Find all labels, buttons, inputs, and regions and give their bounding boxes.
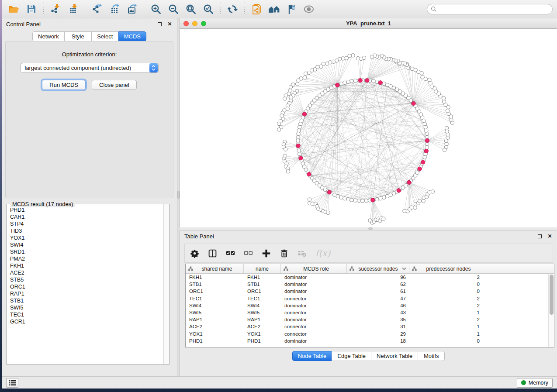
toolbar-separator [85, 3, 85, 16]
network-titlebar[interactable]: YPA_prune.txt_1 [180, 18, 557, 29]
zoom-fit-button[interactable] [183, 2, 199, 17]
close-window-icon[interactable] [183, 21, 189, 26]
result-node-item[interactable]: CAR1 [10, 213, 163, 220]
column-header-shared-name[interactable]: shared name [186, 264, 244, 273]
result-list-scrollbar[interactable] [163, 204, 169, 364]
minimize-window-icon[interactable] [192, 21, 197, 26]
result-node-item[interactable]: ORC1 [10, 283, 163, 290]
graphics-details-button[interactable] [284, 2, 299, 17]
table-row[interactable]: YOX1YOX1connector291 [186, 330, 548, 337]
network-overview-button[interactable] [266, 2, 282, 17]
result-node-item[interactable]: SRD1 [10, 248, 163, 255]
cell-name: TEC1 [244, 296, 281, 301]
run-mcds-button[interactable]: Run MCDS [42, 80, 86, 90]
result-node-item[interactable]: YOX1 [10, 234, 163, 241]
column-header-predecessor-nodes[interactable]: predecessor nodes [409, 264, 483, 273]
close-panel-button[interactable]: ✕ [167, 21, 173, 27]
zoom-out-button[interactable] [166, 2, 181, 17]
export-network-button[interactable] [89, 2, 105, 17]
tab-select[interactable]: Select [91, 31, 118, 41]
table-scrollbar[interactable] [548, 274, 554, 347]
table-row[interactable]: STB1STB1dominator620 [186, 281, 548, 288]
criterion-dropdown[interactable]: largest connected component (undirected) [21, 63, 159, 73]
birdseye-view-icon [303, 3, 315, 15]
tab-node-table[interactable]: Node Table [292, 351, 332, 361]
select-all-rows-button[interactable] [226, 247, 235, 260]
cell-name: RAP1 [244, 317, 281, 322]
tab-edge-table[interactable]: Edge Table [332, 351, 371, 361]
tab-network[interactable]: Network [32, 31, 64, 41]
table-row[interactable]: ACE2ACE2connector311 [186, 323, 548, 330]
column-header-name[interactable]: name [244, 264, 281, 273]
float-panel-button[interactable] [157, 21, 163, 27]
refresh-view-button[interactable] [225, 2, 240, 17]
import-network-button[interactable] [48, 2, 63, 17]
search-input[interactable] [439, 6, 549, 12]
import-table-button[interactable] [65, 2, 81, 17]
result-node-item[interactable]: FKH1 [10, 262, 163, 269]
result-node-item[interactable]: GCR1 [10, 318, 163, 325]
deselect-all-rows-button[interactable] [244, 247, 253, 260]
network-canvas[interactable] [180, 29, 557, 227]
horizontal-splitter-handle[interactable] [368, 227, 373, 230]
mcds-result-list[interactable]: PHD1CAR1STP4TID3YOX1SWI4SRD1PMA2FKH1ACE2… [7, 204, 163, 364]
table-scrollbar-thumb[interactable] [550, 275, 554, 315]
table-row[interactable]: RAP1RAP1dominator352 [186, 316, 548, 323]
result-node-item[interactable]: ACE2 [10, 269, 163, 276]
mcds-tab-body: Optimization criterion: largest connecte… [5, 41, 173, 198]
result-node-item[interactable]: PHD1 [10, 206, 163, 213]
table-row[interactable]: FKH1FKH1dominator962 [186, 274, 548, 281]
column-label: predecessor nodes [417, 266, 480, 272]
table-row[interactable]: PHD1PHD1dominator180 [186, 337, 548, 344]
cell-name: YOX1 [244, 331, 281, 337]
result-node-item[interactable]: SWI5 [10, 304, 163, 311]
result-node-item[interactable]: PMA2 [10, 255, 163, 262]
tab-motifs[interactable]: Motifs [418, 351, 445, 361]
main-toolbar [2, 0, 557, 18]
cell-shared-name: YOX1 [186, 331, 244, 337]
control-panel-title: Control Panel [6, 21, 41, 28]
cell-name: PHD1 [244, 338, 281, 344]
task-history-button[interactable] [6, 378, 18, 388]
close-panel-action-button[interactable]: Close panel [92, 80, 137, 90]
zoom-in-button[interactable] [148, 2, 164, 17]
result-node-item[interactable]: STB5 [10, 276, 163, 283]
function-builder-icon: f(x) [315, 248, 330, 258]
export-image-button[interactable] [124, 2, 140, 17]
tab-style[interactable]: Style [64, 31, 91, 41]
add-column-icon [262, 249, 271, 258]
result-node-item[interactable]: STP4 [10, 220, 163, 227]
attribute-icon [188, 266, 193, 271]
memory-button[interactable]: Memory [517, 378, 553, 388]
settings-gear-button[interactable] [190, 247, 199, 260]
table-row[interactable]: SWI4SWI4dominator462 [186, 302, 548, 309]
add-column-button[interactable] [262, 247, 271, 260]
search-box[interactable] [427, 4, 553, 14]
birdseye-view-button[interactable] [301, 2, 317, 17]
result-node-item[interactable]: TID3 [10, 227, 163, 234]
table-row[interactable]: TEC1TEC1connector472 [186, 295, 548, 302]
export-table-button[interactable] [107, 2, 122, 17]
share-document-button[interactable] [249, 2, 264, 17]
float-table-panel-button[interactable] [537, 234, 543, 239]
maximize-window-icon[interactable] [201, 21, 206, 26]
delete-column-button[interactable] [280, 247, 289, 260]
tab-mcds[interactable]: MCDS [118, 31, 146, 41]
result-node-item[interactable]: SWI4 [10, 241, 163, 248]
save-session-button[interactable] [24, 2, 39, 17]
column-header-successor-nodes[interactable]: successor nodes [347, 264, 409, 273]
result-node-item[interactable]: STB1 [10, 297, 163, 304]
column-header-MCDS-role[interactable]: MCDS role [281, 264, 347, 273]
cell-MCDS-role: dominator [281, 317, 347, 322]
network-graph[interactable] [180, 29, 557, 227]
table-row[interactable]: SWI5SWI5connector431 [186, 309, 548, 316]
result-node-item[interactable]: TEC1 [10, 311, 163, 318]
table-row[interactable]: ORC1ORC1dominator610 [186, 288, 548, 295]
tab-network-table[interactable]: Network Table [371, 351, 418, 361]
open-session-button[interactable] [6, 2, 22, 17]
show-columns-button[interactable] [208, 247, 217, 260]
result-node-item[interactable]: RAP1 [10, 290, 163, 297]
cell-MCDS-role: dominator [281, 282, 347, 287]
close-table-panel-button[interactable]: ✕ [547, 234, 553, 239]
zoom-selected-button[interactable] [201, 2, 216, 17]
